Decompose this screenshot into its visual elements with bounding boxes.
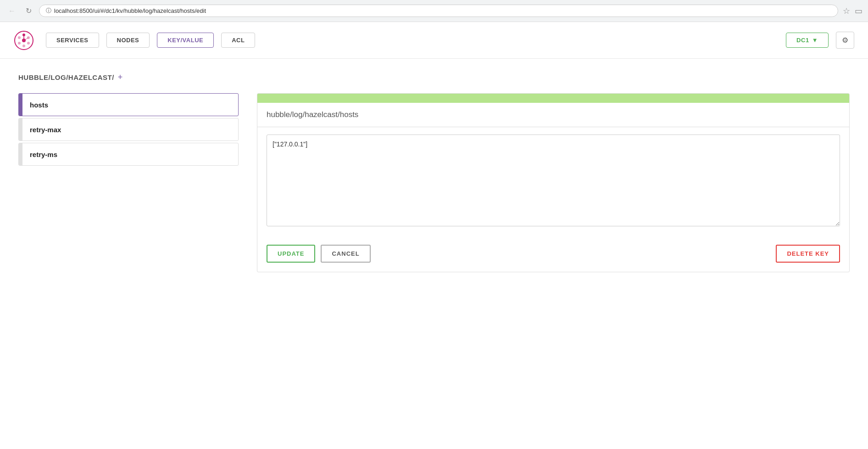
app-header: SERVICES NODES KEY/VALUE ACL DC1 ▼ ⚙ xyxy=(0,22,868,59)
nav-keyvalue[interactable]: KEY/VALUE xyxy=(157,33,214,48)
nav-acl[interactable]: ACL xyxy=(221,33,255,48)
dc-label: DC1 xyxy=(796,37,809,44)
back-button[interactable]: ← xyxy=(6,5,18,17)
cancel-button[interactable]: CANCEL xyxy=(321,245,370,263)
refresh-button[interactable]: ↻ xyxy=(23,5,34,17)
key-item-label: hosts xyxy=(22,95,56,114)
settings-button[interactable]: ⚙ xyxy=(836,32,854,49)
key-item-retry-max[interactable]: retry-max xyxy=(18,118,239,141)
add-key-button[interactable]: + xyxy=(118,73,123,82)
main-content: HUBBLE/LOG/HAZELCAST/ + hosts retry-max … xyxy=(0,59,868,286)
address-bar: ⓘ localhost:8500/ui/#/dc1/kv/hubble/log/… xyxy=(39,5,838,17)
dc-chevron-icon: ▼ xyxy=(812,37,818,44)
consul-logo xyxy=(14,30,34,51)
browser-actions: ☆ ▭ xyxy=(843,6,862,16)
key-item-accent xyxy=(19,143,22,165)
lock-icon: ⓘ xyxy=(46,7,51,15)
nav-services[interactable]: SERVICES xyxy=(46,33,99,48)
url-text: localhost:8500/ui/#/dc1/kv/hubble/log/ha… xyxy=(54,7,206,14)
nav-nodes[interactable]: NODES xyxy=(106,33,150,48)
key-item-hosts[interactable]: hosts xyxy=(18,93,239,116)
key-item-retry-ms[interactable]: retry-ms xyxy=(18,143,239,166)
edit-panel-header-bar xyxy=(257,94,849,103)
update-button[interactable]: UPDATE xyxy=(267,245,315,263)
delete-key-button[interactable]: DELETE KEY xyxy=(776,245,840,263)
svg-point-5 xyxy=(22,45,25,47)
bookmark-icon[interactable]: ☆ xyxy=(843,6,850,16)
browser-bar: ← ↻ ⓘ localhost:8500/ui/#/dc1/kv/hubble/… xyxy=(0,0,868,22)
key-list: hosts retry-max retry-ms xyxy=(18,93,239,168)
dc-selector[interactable]: DC1 ▼ xyxy=(786,33,829,48)
svg-point-4 xyxy=(27,42,30,45)
cast-icon[interactable]: ▭ xyxy=(855,6,862,16)
edit-panel: hubble/log/hazelcast/hosts ["127.0.0.1"]… xyxy=(257,93,850,272)
key-item-label: retry-max xyxy=(22,120,68,139)
key-item-label: retry-ms xyxy=(22,145,65,164)
panels: hosts retry-max retry-ms hubble/log/haze… xyxy=(18,93,850,272)
gear-icon: ⚙ xyxy=(842,36,848,44)
edit-panel-actions: UPDATE CANCEL DELETE KEY xyxy=(257,237,849,272)
edit-panel-body: ["127.0.0.1"] xyxy=(257,127,849,237)
key-item-accent xyxy=(19,118,22,140)
breadcrumb: HUBBLE/LOG/HAZELCAST/ xyxy=(18,73,114,81)
key-item-accent xyxy=(19,94,22,116)
edit-panel-key-path: hubble/log/hazelcast/hosts xyxy=(257,103,849,127)
svg-point-6 xyxy=(18,42,21,45)
svg-point-7 xyxy=(18,36,21,39)
value-textarea[interactable]: ["127.0.0.1"] xyxy=(267,135,840,226)
breadcrumb-row: HUBBLE/LOG/HAZELCAST/ + xyxy=(18,73,850,82)
